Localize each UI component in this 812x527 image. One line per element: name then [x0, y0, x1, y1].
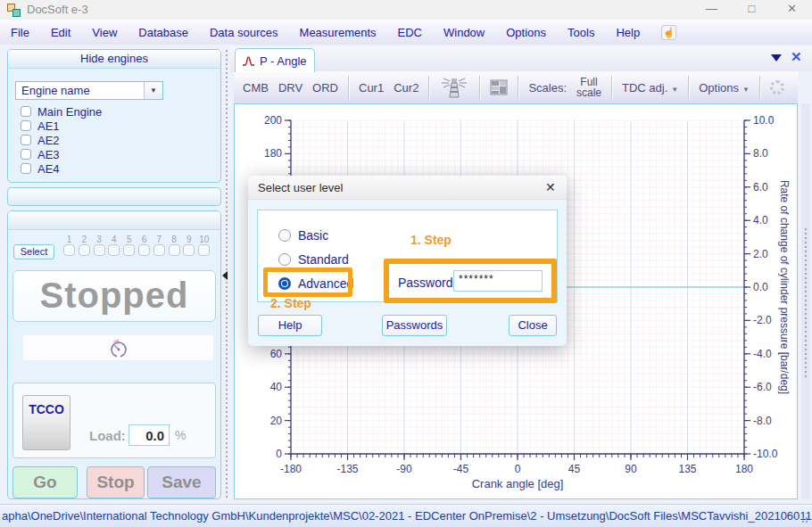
close-button[interactable]: ✕ [772, 0, 812, 20]
cylinder-checkbox[interactable] [183, 244, 195, 256]
menu-database[interactable]: Database [138, 26, 188, 39]
cylinder-column-8: 8 [167, 235, 182, 256]
svg-text:-135: -135 [336, 463, 358, 475]
engine-checkbox[interactable] [21, 120, 31, 131]
load-label: Load: [89, 428, 126, 443]
password-input[interactable]: ******* [453, 270, 543, 292]
cylinder-checkbox[interactable] [198, 244, 210, 256]
password-label: Password: [398, 276, 456, 290]
cylinder-checkbox[interactable] [123, 244, 135, 256]
engine-name-dropdown[interactable]: Engine name ▼ [15, 81, 163, 100]
cylinder-checkbox[interactable] [79, 244, 90, 256]
close-icon[interactable]: ✕ [791, 49, 802, 65]
svg-text:-10.0: -10.0 [753, 448, 778, 460]
collapsed-panel-bar[interactable] [7, 187, 221, 206]
control-panel-header[interactable] [8, 211, 220, 230]
passwords-button[interactable]: Passwords [382, 315, 447, 336]
gauge-strip [23, 335, 213, 360]
engine-checkbox[interactable] [21, 106, 31, 117]
step1-annotation: 1. Step [410, 233, 452, 247]
menu-window[interactable]: Window [443, 26, 485, 39]
minimize-button[interactable]: — [692, 0, 732, 20]
radio-label: Standard [298, 252, 349, 267]
maximize-button[interactable]: □ [732, 0, 772, 20]
svg-text:Rate of change of cylinder pre: Rate of change of cylinder pressure [bar… [778, 180, 791, 394]
full-scale-button[interactable]: Fullscale [576, 77, 601, 98]
menu-file[interactable]: File [11, 26, 29, 39]
cylinder-checkbox[interactable] [169, 244, 180, 256]
stop-button[interactable]: Stop [87, 466, 145, 498]
cylinder-checkbox[interactable] [108, 244, 120, 256]
radio-icon[interactable] [278, 277, 291, 290]
engine-checkbox[interactable] [21, 163, 31, 174]
engine-row-ae1: AE1 [21, 119, 60, 132]
select-button[interactable]: Select [13, 244, 54, 259]
save-button[interactable]: Save [147, 466, 216, 498]
engine-checkbox[interactable] [21, 149, 31, 160]
toolbar-button-cmb[interactable]: CMB [243, 81, 269, 95]
radio-advanced[interactable]: Advanced [278, 276, 353, 291]
svg-text:-8.0: -8.0 [753, 415, 772, 427]
cylinder-checkbox[interactable] [63, 244, 75, 256]
application-window: DocSoft e-3 — □ ✕ FileEditViewDatabaseDa… [0, 0, 812, 527]
menu-measurements[interactable]: Measurements [300, 26, 377, 39]
radio-basic[interactable]: Basic [278, 228, 328, 243]
tab-p-angle[interactable]: P - Angle [235, 48, 315, 72]
dialog-close-button[interactable]: Close [509, 315, 557, 336]
menu-edc[interactable]: EDC [398, 26, 422, 39]
toolbar-button-cur1[interactable]: Cur1 [359, 81, 384, 95]
engine-checkbox[interactable] [21, 135, 31, 145]
resize-grip[interactable] [800, 515, 808, 523]
menu-bar: FileEditViewDatabaseData sourcesMeasurem… [0, 20, 812, 45]
tcco-button[interactable]: TCCO [22, 395, 70, 450]
app-icon [7, 4, 21, 17]
svg-text:-90: -90 [396, 463, 412, 475]
tdc-adj-button[interactable]: TDC adj.▼ [622, 81, 678, 95]
svg-text:45: 45 [568, 463, 581, 475]
radio-icon[interactable] [278, 229, 291, 242]
cylinder-number: 7 [152, 235, 167, 244]
cylinder-checkbox[interactable] [153, 244, 165, 256]
engine-label: Main Engine [37, 105, 102, 119]
lighthouse-icon[interactable] [439, 76, 469, 99]
chart-toolbar: CMB DRV ORD Cur1 Cur2 [234, 71, 798, 103]
menu-edit[interactable]: Edit [51, 26, 70, 39]
load-input[interactable]: 0.0 [128, 424, 170, 446]
layout-grid-icon[interactable] [490, 79, 508, 95]
cylinder-checkbox[interactable] [94, 244, 105, 256]
menu-options[interactable]: Options [506, 26, 546, 39]
right-splitter-strip[interactable] [801, 103, 810, 499]
hand-pointer-icon[interactable]: ☝ [661, 25, 676, 40]
go-button[interactable]: Go [12, 466, 78, 498]
curve-peak-icon [242, 54, 255, 68]
engine-label: AE3 [37, 148, 60, 161]
toolbar-button-drv[interactable]: DRV [278, 81, 302, 95]
svg-text:-6.0: -6.0 [753, 381, 772, 393]
svg-text:40: 40 [270, 381, 283, 393]
menu-data-sources[interactable]: Data sources [210, 26, 278, 39]
options-button[interactable]: Options▼ [699, 81, 750, 95]
cylinder-column-1: 1 [62, 235, 77, 256]
radio-standard[interactable]: Standard [278, 252, 349, 267]
radio-label: Basic [298, 228, 328, 243]
toolbar-button-cur2[interactable]: Cur2 [394, 81, 418, 95]
cylinder-column-5: 5 [121, 235, 137, 256]
cylinder-column-9: 9 [181, 235, 196, 256]
tab-label: P - Angle [260, 54, 307, 68]
scales-label: Scales: [528, 81, 567, 95]
splitter-collapse-icon[interactable] [222, 271, 228, 280]
radio-icon[interactable] [278, 253, 291, 266]
chevron-down-icon[interactable]: ▼ [144, 82, 162, 99]
cylinder-number: 1 [62, 235, 77, 244]
close-icon[interactable]: ✕ [545, 180, 556, 194]
hide-engines-header[interactable]: Hide engines [8, 50, 220, 69]
menu-help[interactable]: Help [616, 26, 640, 39]
help-button[interactable]: Help [258, 315, 322, 336]
menu-tools[interactable]: Tools [568, 26, 594, 39]
menu-view[interactable]: View [92, 26, 117, 39]
toolbar-button-ord[interactable]: ORD [312, 81, 338, 95]
cylinder-checkbox[interactable] [138, 244, 150, 256]
chevron-down-icon[interactable] [771, 54, 782, 62]
tcco-panel: TCCO Load: 0.0 % [12, 383, 216, 458]
title-bar: DocSoft e-3 — □ ✕ [0, 0, 812, 20]
